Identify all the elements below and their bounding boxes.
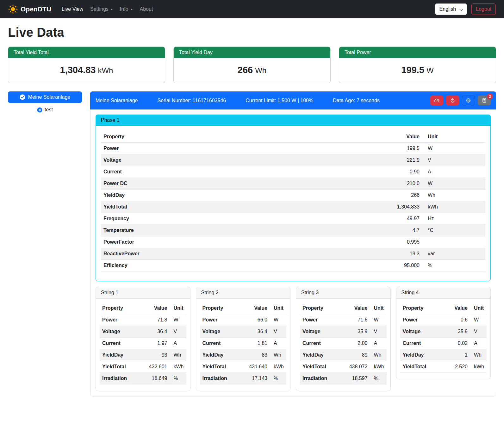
- device-info-button[interactable]: [462, 96, 475, 105]
- column-header-value: Value: [343, 302, 370, 314]
- power-button[interactable]: [446, 96, 459, 105]
- panel-actions: 2: [430, 96, 491, 105]
- table-header-row: Property Value Unit: [400, 302, 487, 314]
- unit-cell: %: [370, 373, 387, 384]
- column-header-value: Value: [443, 302, 470, 314]
- language-select[interactable]: English: [435, 3, 467, 15]
- property-cell: YieldTotal: [400, 361, 443, 373]
- brand[interactable]: OpenDTU: [8, 4, 51, 14]
- value-number: 266: [238, 65, 253, 75]
- unit-cell: V: [422, 154, 485, 166]
- journal-icon: [482, 98, 487, 103]
- string-table: Property Value Unit Power: [100, 302, 186, 384]
- table-row: Temperature 4.7 °C: [101, 225, 485, 236]
- property-cell: Power: [101, 143, 387, 154]
- table-row: Power 71.8 W: [100, 314, 186, 326]
- value-cell: 4.7: [387, 225, 422, 236]
- total-yield-day-card: Total Yield Day 266Wh: [173, 47, 331, 83]
- value-cell: 36.4: [243, 326, 270, 338]
- sidebar-item-meine-solaranlage[interactable]: Meine Solaranlage: [8, 91, 82, 103]
- unit-cell: A: [170, 338, 186, 349]
- table-row: Power 0.6 W: [400, 314, 487, 326]
- string-title: String 3: [296, 287, 390, 299]
- value-number: 1,304.83: [60, 65, 96, 75]
- value-cell: 35.9: [343, 326, 370, 338]
- nav-info-label: Info: [120, 6, 128, 12]
- inverter-panel-body: Phase 1 Property Value Unit: [90, 109, 496, 396]
- total-power-card: Total Power 199.5W: [339, 47, 496, 83]
- unit-cell: kWh: [270, 361, 286, 373]
- value-cell: 18.649: [143, 373, 170, 384]
- table-row: Irradiation 18.649 %: [100, 373, 186, 384]
- string-body: Property Value Unit Power: [296, 299, 390, 391]
- card-value: 199.5W: [339, 58, 496, 83]
- value-cell: 93: [143, 349, 170, 361]
- logout-button[interactable]: Logout: [471, 3, 496, 15]
- value-cell: 432.601: [143, 361, 170, 373]
- table-header-row: Property Value Unit: [300, 302, 387, 314]
- table-row: Voltage 221.9 V: [101, 154, 485, 166]
- check-circle-icon: [20, 94, 25, 100]
- unit-cell: W: [270, 314, 286, 326]
- unit-cell: kWh: [170, 361, 186, 373]
- nav-about[interactable]: About: [136, 4, 157, 15]
- value-cell: 1,304.833: [387, 201, 422, 213]
- navbar-right: English Logout: [435, 3, 496, 15]
- card-title: Total Yield Total: [8, 47, 165, 58]
- page-container: Live Data Total Yield Total 1,304.83kWh …: [0, 18, 504, 404]
- limit-settings-button[interactable]: [430, 96, 443, 105]
- table-row: ReactivePower 19.3 var: [101, 248, 485, 260]
- property-cell: Power: [300, 314, 343, 326]
- nav-live-view[interactable]: Live View: [58, 4, 87, 15]
- unit-cell: kWh: [422, 201, 485, 213]
- data-age: Data Age: 7 seconds: [333, 98, 380, 103]
- property-cell: YieldTotal: [200, 361, 243, 373]
- value-unit: W: [426, 66, 434, 75]
- card-title: Total Power: [339, 47, 496, 58]
- table-row: Power DC 210.0 W: [101, 178, 485, 190]
- value-cell: 71.8: [143, 314, 170, 326]
- chevron-down-icon: [459, 7, 463, 11]
- table-row: Power 199.5 W: [101, 143, 485, 154]
- event-log-button[interactable]: 2: [478, 96, 491, 105]
- property-cell: YieldDay: [200, 349, 243, 361]
- card-title: Total Yield Day: [174, 47, 330, 58]
- property-cell: Power: [200, 314, 243, 326]
- column-header-unit: Unit: [422, 131, 485, 143]
- value-cell: 0.6: [443, 314, 470, 326]
- value-cell: 221.9: [387, 154, 422, 166]
- table-row: Current 0.02 A: [400, 338, 487, 349]
- table-row: Current 1.97 A: [100, 338, 186, 349]
- x-circle-icon: [37, 107, 42, 113]
- property-cell: Irradiation: [300, 373, 343, 384]
- value-unit: kWh: [98, 66, 113, 75]
- value-cell: 0.02: [443, 338, 470, 349]
- table-row: Irradiation 18.597 %: [300, 373, 387, 384]
- value-number: 199.5: [401, 65, 424, 75]
- nav-info[interactable]: Info: [116, 4, 136, 15]
- string-4-card: String 4 Property Value Unit: [396, 287, 491, 379]
- value-cell: 0.90: [387, 166, 422, 178]
- unit-cell: %: [422, 260, 485, 271]
- value-cell: 95.000: [387, 260, 422, 271]
- value-cell: 266: [387, 190, 422, 201]
- unit-cell: [422, 236, 485, 248]
- string-title: String 2: [196, 287, 290, 299]
- unit-cell: A: [422, 166, 485, 178]
- column-header-unit: Unit: [170, 302, 186, 314]
- column-header-unit: Unit: [370, 302, 387, 314]
- power-icon: [450, 98, 455, 103]
- nav-settings[interactable]: Settings: [87, 4, 116, 15]
- chevron-down-icon: [110, 9, 113, 10]
- strings-row: String 1 Property Value Unit: [96, 287, 491, 391]
- string-body: Property Value Unit Power: [396, 299, 491, 379]
- chevron-down-icon: [130, 9, 133, 10]
- column-header-property: Property: [101, 131, 387, 143]
- current-limit: Current Limit: 1,500 W | 100%: [246, 98, 313, 103]
- event-count-badge: 2: [487, 93, 493, 99]
- sidebar-item-test[interactable]: test: [8, 107, 82, 113]
- unit-cell: V: [470, 326, 487, 338]
- property-cell: YieldDay: [400, 349, 443, 361]
- property-cell: YieldTotal: [101, 201, 387, 213]
- property-cell: Temperature: [101, 225, 387, 236]
